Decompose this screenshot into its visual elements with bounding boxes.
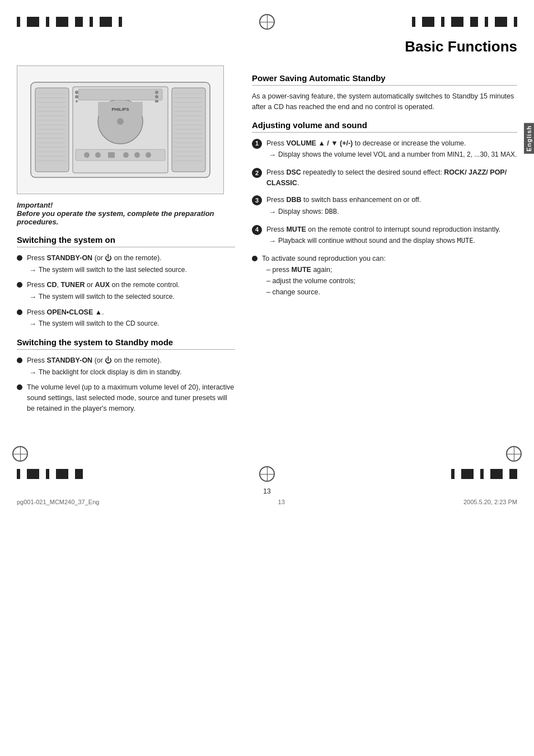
top-decorative-bar [0,0,534,34]
svg-point-49 [75,95,78,98]
bottom-crosshair-icon [259,466,275,482]
important-text: Before you operate the system, complete … [17,209,235,226]
bullet-dot [17,358,22,363]
switching-on-item-2: Press CD, TUNER or AUX on the remote con… [17,280,235,302]
bottom-bar-center [83,466,451,482]
bullet-dot [17,309,22,315]
bar-gap [437,17,439,27]
arrow-symbol: → [269,149,276,161]
bar-gap [490,17,493,27]
bar-seg [480,469,484,479]
bar-seg [75,469,83,479]
standby-item-1: Press STANDBY-ON (or ⏻ on the remote). →… [17,355,235,378]
bottom-bar-right [451,469,517,479]
volume-list: 1 Press VOLUME ▲ / ▼ (+/-) to decrease o… [252,138,517,247]
arrow-text: The system will switch to the last selec… [39,265,187,275]
dash-item: adjust the volume controls; [266,275,517,287]
bar-gap [85,17,87,27]
bullet-content: Press STANDBY-ON (or ⏻ on the remote). →… [27,355,235,378]
arrow-text: Display shows the volume level VOL and a… [278,149,517,159]
volume-item-3: 3 Press DBB to switch bass enhancement o… [252,195,517,217]
crosshair-icon [259,14,275,30]
bar-seg [56,17,68,27]
bullet-content: To activate sound reproduction you can: … [262,253,517,298]
bullet-dot [17,384,22,390]
bar-seg [27,469,39,479]
device-image: PHILIPS [17,65,224,194]
bar-seg [90,17,93,27]
arrow-text: Playback will continue without sound and… [278,236,475,246]
volume-plain-item: To activate sound reproduction you can: … [252,253,517,298]
left-crosshair-icon [12,446,28,462]
bullet-dot [17,255,22,261]
bar-seg [461,469,474,479]
top-bar-right-pattern [412,17,517,27]
bar-gap [41,469,44,479]
arrow-line: → The backlight for clock display is dim… [27,367,235,378]
section-power-saving: Power Saving Automatic Standby As a powe… [252,73,517,112]
section-switching-on: Switching the system on Press STANDBY-ON… [17,235,235,330]
volume-item-4: 4 Press MUTE on the remote control to in… [252,224,517,247]
svg-point-39 [84,152,90,158]
item-number: 1 [252,139,262,149]
dash-item: press MUTE again; [266,264,517,275]
bar-seg [451,17,463,27]
section-heading-switching-on: Switching the system on [17,235,235,247]
bottom-decorative-bar [0,463,534,485]
power-saving-text: As a power-saving feature, the system au… [252,91,517,112]
bar-gap [22,17,25,27]
section-switching-standby: Switching the system to Standby mode Pre… [17,337,235,414]
left-column: PHILIPS Important! Before you operate th… [17,65,235,418]
switching-on-item-3: Press OPEN•CLOSE ▲. → The system will sw… [17,307,235,330]
switching-on-item-1: Press STANDBY-ON (or ⏻ on the remote). →… [17,253,235,275]
standby-list: Press STANDBY-ON (or ⏻ on the remote). →… [17,355,235,414]
bar-seg [75,17,83,27]
footer: pg001-021_MCM240_37_Eng 13 2005.5.20, 2:… [0,499,534,505]
volume-item-2: 2 Press DSC repeatedly to select the des… [252,167,517,189]
page-content: PHILIPS Important! Before you operate th… [0,65,534,418]
bullet-content: The volume level (up to a maximum volume… [27,382,235,414]
svg-rect-18 [172,88,205,172]
page-number: 13 [0,487,534,495]
bar-gap [51,469,54,479]
bullet-dot [17,282,22,288]
svg-point-43 [134,152,140,158]
arrow-symbol: → [29,265,36,276]
arrow-line: → The system will switch to the last sel… [27,265,235,276]
arrow-line: → Display shows: DBB. [266,206,517,218]
item-content: Press DSC repeatedly to select the desir… [266,167,517,189]
bar-seg [451,469,455,479]
bar-gap [114,17,116,27]
arrow-text: The backlight for clock display is dim i… [39,367,181,377]
device-illustration: PHILIPS [25,71,216,189]
bar-gap [509,17,512,27]
bar-seg [490,469,503,479]
section-heading-volume: Adjusting volume and sound [252,120,517,133]
page-title: Basic Functions [17,38,517,60]
item-content: Press VOLUME ▲ / ▼ (+/-) to decrease or … [266,138,517,161]
arrow-symbol: → [29,318,36,330]
svg-point-52 [155,95,158,98]
arrow-line: → The system will switch to the selected… [27,292,235,303]
item-number: 2 [252,168,262,178]
item-content: Press MUTE on the remote control to inte… [266,224,517,247]
bar-seg [495,17,507,27]
bar-seg [441,17,444,27]
top-bar-left-pattern [17,17,122,27]
svg-point-40 [95,152,101,158]
svg-rect-41 [108,152,115,158]
bar-gap [22,469,25,479]
top-bar-center [122,14,412,30]
svg-point-44 [146,152,151,158]
svg-point-48 [75,91,78,94]
section-heading-standby: Switching the system to Standby mode [17,337,235,350]
bullet-content: Press STANDBY-ON (or ⏻ on the remote). →… [27,253,235,275]
svg-rect-1 [35,88,69,172]
footer-left: pg001-021_MCM240_37_Eng [17,499,99,505]
bar-seg [17,17,20,27]
bar-gap [480,17,483,27]
bar-seg [46,469,49,479]
bar-gap [418,17,420,27]
footer-right: 2005.5.20, 2:23 PM [463,499,517,505]
bar-gap [486,469,488,479]
